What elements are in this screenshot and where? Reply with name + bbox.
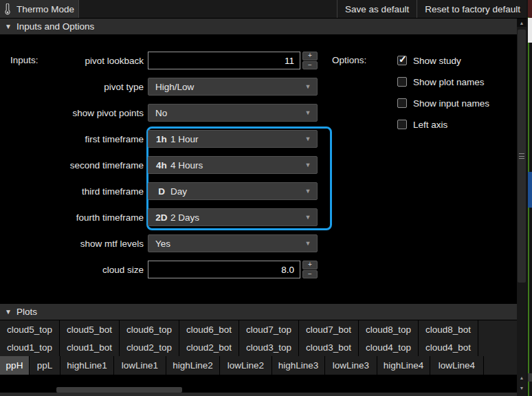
top-bar: Thermo Mode Save as default Reset to fac… bbox=[0, 0, 528, 18]
show-pivot-points-label: show pivot points bbox=[0, 108, 148, 118]
row-first-timeframe: first timeframe 1h 1 Hour ▼ bbox=[0, 130, 318, 148]
tab-cloud2_top[interactable]: cloud2_top bbox=[120, 338, 179, 356]
tab-cloud7_top[interactable]: cloud7_top bbox=[239, 320, 299, 338]
tab-row-filler bbox=[484, 356, 517, 375]
row-pivot-lookback: pivot lookback + − bbox=[0, 52, 318, 69]
tab-cloud4_top[interactable]: cloud4_top bbox=[359, 338, 419, 356]
chevron-down-icon: ▼ bbox=[0, 308, 16, 316]
plots-header[interactable]: ▼ Plots bbox=[0, 304, 517, 320]
show-mtf-levels-dropdown[interactable]: Yes ▼ bbox=[148, 234, 318, 252]
tab-lowLine1[interactable]: lowLine1 bbox=[114, 356, 166, 375]
topbar-spacer bbox=[79, 0, 337, 18]
caret-down-icon: ▼ bbox=[299, 83, 317, 90]
tab-highLine3[interactable]: highLine3 bbox=[272, 356, 325, 375]
row-third-timeframe: third timeframe D Day ▼ bbox=[0, 182, 318, 200]
cloud-size-input[interactable] bbox=[148, 261, 300, 278]
chevron-down-icon: ▼ bbox=[0, 23, 16, 30]
increment-button[interactable]: + bbox=[302, 261, 318, 270]
second-timeframe-label: second timeframe bbox=[0, 160, 148, 170]
third-timeframe-value: Day bbox=[170, 186, 299, 197]
plots-tab-row-1: cloud5_top cloud5_bot cloud6_top cloud6_… bbox=[0, 320, 517, 338]
second-timeframe-dropdown[interactable]: 4h 4 Hours ▼ bbox=[148, 156, 318, 174]
horizontal-scrollbar-thumb[interactable] bbox=[56, 387, 182, 393]
option-show-input-names: Show input names bbox=[397, 98, 489, 109]
row-pivot-type: pivot type High/Low ▼ bbox=[0, 78, 318, 96]
row-cloud-size: cloud size + − bbox=[0, 261, 318, 278]
pivot-lookback-spinner: + − bbox=[148, 52, 318, 69]
tab-cloud1_bot[interactable]: cloud1_bot bbox=[60, 338, 120, 356]
decrement-button[interactable]: − bbox=[302, 61, 318, 70]
tab-ppL[interactable]: ppL bbox=[30, 356, 60, 375]
third-timeframe-abbr: D bbox=[153, 186, 170, 197]
tab-cloud8_top[interactable]: cloud8_top bbox=[359, 320, 419, 338]
caret-down-icon: ▼ bbox=[299, 162, 317, 168]
inputs-and-options-title: Inputs and Options bbox=[16, 21, 94, 32]
tab-highLine2[interactable]: highLine2 bbox=[166, 356, 220, 375]
show-plot-names-checkbox[interactable] bbox=[397, 77, 407, 87]
save-as-default-button[interactable]: Save as default bbox=[337, 0, 417, 18]
tab-thermo-mode-label: Thermo Mode bbox=[16, 4, 74, 14]
vertical-scrollbar[interactable]: ▲ ▲ ▼ bbox=[517, 19, 527, 396]
tab-ppH[interactable]: ppH bbox=[0, 356, 30, 375]
cloud-size-spinner: + − bbox=[148, 261, 318, 278]
tab-lowLine2[interactable]: lowLine2 bbox=[220, 356, 272, 375]
vertical-scrollbar-thumb[interactable] bbox=[518, 30, 526, 283]
tab-cloud5_bot[interactable]: cloud5_bot bbox=[60, 320, 120, 338]
background-red-block bbox=[528, 0, 532, 18]
tab-cloud1_top[interactable]: cloud1_top bbox=[0, 338, 60, 356]
tab-cloud7_bot[interactable]: cloud7_bot bbox=[299, 320, 359, 338]
second-timeframe-value: 4 Hours bbox=[170, 160, 299, 170]
tab-highLine1[interactable]: highLine1 bbox=[60, 356, 114, 375]
left-axis-checkbox[interactable] bbox=[397, 120, 407, 129]
cloud-size-label: cloud size bbox=[0, 265, 148, 275]
option-show-study: Show study bbox=[397, 55, 461, 66]
scrollbar-grip-icon bbox=[519, 153, 524, 159]
show-pivot-points-value: No bbox=[155, 108, 299, 118]
scroll-down-icon[interactable]: ▼ bbox=[517, 384, 527, 392]
tab-cloud6_top[interactable]: cloud6_top bbox=[120, 320, 179, 338]
fourth-timeframe-abbr: 2D bbox=[153, 212, 170, 223]
third-timeframe-dropdown[interactable]: D Day ▼ bbox=[148, 182, 318, 200]
second-timeframe-abbr: 4h bbox=[153, 160, 170, 170]
tab-thermo-mode[interactable]: Thermo Mode bbox=[0, 0, 79, 18]
thermometer-icon bbox=[4, 3, 11, 15]
cloud-size-spin-buttons: + − bbox=[300, 261, 318, 278]
tab-cloud8_bot[interactable]: cloud8_bot bbox=[419, 320, 478, 338]
decrement-button[interactable]: − bbox=[302, 270, 318, 279]
show-study-checkbox[interactable] bbox=[397, 56, 407, 65]
tab-highLine4[interactable]: highLine4 bbox=[377, 356, 430, 375]
background-chart-sliver bbox=[527, 0, 532, 396]
show-mtf-levels-value: Yes bbox=[155, 239, 299, 249]
first-timeframe-dropdown[interactable]: 1h 1 Hour ▼ bbox=[148, 130, 318, 148]
tab-cloud5_top[interactable]: cloud5_top bbox=[0, 320, 60, 338]
pivot-lookback-spin-buttons: + − bbox=[300, 52, 318, 69]
pivot-type-dropdown[interactable]: High/Low ▼ bbox=[148, 78, 318, 96]
caret-down-icon: ▼ bbox=[299, 109, 317, 116]
pivot-type-label: pivot type bbox=[0, 82, 148, 92]
tab-cloud3_bot[interactable]: cloud3_bot bbox=[299, 338, 359, 356]
fourth-timeframe-value: 2 Days bbox=[170, 212, 299, 223]
tab-cloud4_bot[interactable]: cloud4_bot bbox=[419, 338, 478, 356]
tab-cloud2_bot[interactable]: cloud2_bot bbox=[179, 338, 239, 356]
background-white-block bbox=[528, 18, 532, 43]
fourth-timeframe-dropdown[interactable]: 2D 2 Days ▼ bbox=[148, 208, 318, 226]
tab-lowLine3[interactable]: lowLine3 bbox=[325, 356, 377, 375]
reset-to-factory-default-button[interactable]: Reset to factory default bbox=[417, 0, 528, 18]
pivot-lookback-input[interactable] bbox=[148, 52, 300, 69]
scroll-up-icon[interactable]: ▲ bbox=[517, 19, 527, 27]
inputs-and-options-header[interactable]: ▼ Inputs and Options bbox=[0, 19, 517, 34]
show-study-label: Show study bbox=[413, 56, 461, 66]
tab-lowLine4[interactable]: lowLine4 bbox=[430, 356, 484, 375]
tab-cloud3_top[interactable]: cloud3_top bbox=[239, 338, 299, 356]
show-pivot-points-dropdown[interactable]: No ▼ bbox=[148, 104, 318, 122]
pivot-lookback-label: pivot lookback bbox=[0, 56, 148, 66]
increment-button[interactable]: + bbox=[302, 52, 318, 60]
show-input-names-checkbox[interactable] bbox=[397, 98, 407, 108]
show-plot-names-label: Show plot names bbox=[413, 77, 485, 87]
caret-down-icon: ▼ bbox=[299, 240, 317, 247]
tab-cloud6_bot[interactable]: cloud6_bot bbox=[179, 320, 239, 338]
background-blue-block bbox=[528, 172, 532, 208]
row-second-timeframe: second timeframe 4h 4 Hours ▼ bbox=[0, 156, 318, 174]
plots-tab-row-3: ppH ppL highLine1 lowLine1 highLine2 low… bbox=[0, 356, 517, 375]
scroll-up-icon[interactable]: ▲ bbox=[517, 373, 527, 382]
